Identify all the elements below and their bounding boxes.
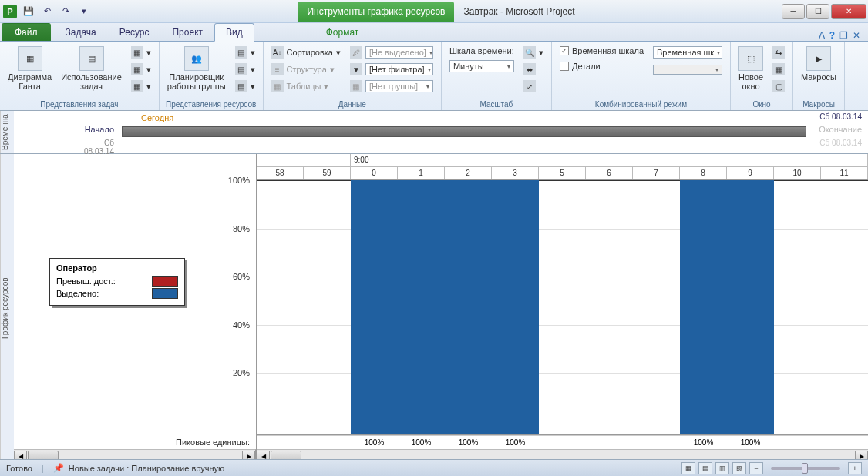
timeline-bar[interactable]	[122, 126, 806, 137]
peak-value-cell	[821, 436, 868, 449]
network-icon: ▦	[131, 46, 143, 59]
timescale-combo[interactable]: Минуты▾	[446, 59, 517, 74]
peak-value-cell: 100%	[351, 436, 398, 449]
minute-cell: 0	[351, 167, 398, 179]
zoom-button[interactable]: 🔍▾	[520, 45, 547, 60]
view-button-3[interactable]: ▥	[715, 462, 729, 474]
chart-panel: 9:00 58590123567891011 100%100%100%100%1…	[257, 154, 868, 462]
legend-allocated-swatch	[152, 288, 178, 299]
zoom-in-button[interactable]: +	[848, 462, 862, 474]
group-label-macros: Макросы	[798, 99, 839, 109]
peak-value-cell	[774, 436, 821, 449]
network-diagram-button[interactable]: ▦▾	[128, 45, 154, 60]
allocation-bar	[680, 180, 727, 434]
timeline-today-label: Сегодня	[141, 113, 173, 122]
resource-usage-button[interactable]: ▤▾	[232, 45, 258, 60]
peak-value-cell	[586, 436, 633, 449]
tab-view[interactable]: Вид	[214, 23, 254, 42]
macros-button[interactable]: ▶ Макросы	[798, 45, 839, 83]
minute-cell: 3	[492, 167, 539, 179]
zoom-out-button[interactable]: −	[749, 462, 763, 474]
minute-cell: 5	[539, 167, 586, 179]
tab-task[interactable]: Задача	[54, 23, 108, 41]
y-tick-label: 100%	[228, 176, 250, 185]
app-icon[interactable]: P	[3, 5, 17, 18]
peak-value-cell: 100%	[445, 436, 492, 449]
maximize-button[interactable]: ☐	[806, 4, 829, 19]
hide-button[interactable]: ▢	[769, 79, 788, 94]
resource-sheet-button[interactable]: ▤▾	[232, 62, 258, 77]
gantt-chart-button[interactable]: ▦ Диаграмма Ганта	[5, 45, 55, 92]
team-planner-button[interactable]: 👥 Планировщик работы группы	[164, 45, 229, 92]
view-button-1[interactable]: ▦	[681, 462, 695, 474]
task-usage-icon: ▤	[79, 46, 104, 71]
redo-icon[interactable]: ↷	[59, 5, 72, 18]
quick-access-toolbar: 💾 ↶ ↷ ▾	[22, 5, 91, 18]
tab-file[interactable]: Файл	[2, 23, 51, 41]
tab-resource[interactable]: Ресурс	[108, 23, 161, 41]
other-views-button[interactable]: ▦▾	[128, 79, 154, 94]
calendar-button[interactable]: ▦▾	[128, 62, 154, 77]
task-usage-button[interactable]: ▤ Использование задач	[58, 45, 125, 92]
minute-cell: 11	[821, 167, 868, 179]
peak-value-cell: 100%	[398, 436, 445, 449]
peak-value-cell: 100%	[727, 436, 774, 449]
help-icon[interactable]: ?	[829, 30, 835, 41]
arrange-icon: ▦	[772, 63, 785, 75]
y-tick-label: 60%	[233, 272, 250, 281]
time-header: 9:00 58590123567891011	[257, 154, 868, 180]
tab-project[interactable]: Проект	[160, 23, 214, 41]
view-button-4[interactable]: ▧	[732, 462, 746, 474]
view-button-2[interactable]: ▤	[698, 462, 712, 474]
zoom-slider[interactable]	[771, 467, 840, 470]
qat-dropdown-icon[interactable]: ▾	[77, 5, 91, 18]
timeline-checkbox[interactable]: ✓Временная шкала	[557, 45, 647, 57]
title-bar: P 💾 ↶ ↷ ▾ Инструменты графика ресурсов З…	[0, 0, 868, 23]
zoom-slider-thumb[interactable]	[802, 463, 808, 474]
save-icon[interactable]: 💾	[22, 5, 35, 18]
details-checkbox[interactable]: Детали	[557, 60, 647, 72]
window-close-icon[interactable]: ✕	[853, 30, 860, 41]
left-panel: 100%80%60%40%20% Пиковые единицы: Операт…	[14, 154, 257, 462]
minute-cell: 8	[680, 167, 727, 179]
calendar-icon: ▦	[131, 63, 143, 75]
switch-windows-button[interactable]: ⇆	[769, 45, 788, 60]
zoom-project-button[interactable]: ⬌	[520, 62, 547, 77]
group-label-window: Окно	[735, 99, 788, 109]
macros-icon: ▶	[806, 46, 831, 71]
peak-value-cell	[304, 436, 351, 449]
y-tick-label: 80%	[233, 224, 250, 233]
legend-overalloc-label: Превыш. дост.:	[56, 277, 144, 286]
pin-icon[interactable]: 📌	[53, 463, 64, 473]
ribbon-minimize-icon[interactable]: ᐱ	[819, 30, 825, 41]
timeline-panel: Временна Сб 08.03.14 Сегодня Начало Сб 0…	[0, 111, 868, 154]
sort-button[interactable]: A↓Сортировка▾	[268, 45, 344, 60]
minute-cell: 10	[774, 167, 821, 179]
undo-icon[interactable]: ↶	[40, 5, 54, 18]
peak-row: 100%100%100%100%100%100%	[257, 435, 868, 449]
ribbon-tabs: Файл Задача Ресурс Проект Вид Формат ᐱ ?…	[0, 23, 868, 42]
window-restore-icon[interactable]: ❐	[839, 30, 848, 41]
minute-cell: 58	[257, 167, 304, 179]
zoom-selected-button[interactable]: ⤢	[520, 79, 547, 94]
tables-icon: ▦	[271, 80, 284, 92]
arrange-all-button[interactable]: ▦	[769, 62, 788, 77]
minimize-button[interactable]: ─	[782, 4, 805, 19]
minute-cell: 2	[445, 167, 492, 179]
tables-button: ▦Таблицы▾	[268, 79, 344, 94]
allocation-bar	[398, 180, 445, 434]
timeline-view-combo[interactable]: Временная шк▾	[650, 45, 725, 60]
new-window-button[interactable]: ⬚ Новое окно	[735, 45, 766, 92]
tab-format[interactable]: Формат	[315, 23, 371, 41]
timeline-start-label: Начало	[76, 125, 114, 134]
legend-allocated-label: Выделено:	[56, 289, 144, 298]
other-resource-views-button[interactable]: ▤▾	[232, 79, 258, 94]
timeline-end-label: Окончание	[819, 125, 862, 134]
filter-combo[interactable]: ▼[Нет фильтра]▾	[347, 62, 436, 77]
peak-value-cell: 100%	[492, 436, 539, 449]
close-button[interactable]: ✕	[831, 4, 866, 19]
peak-value-cell	[539, 436, 586, 449]
zoom-icon: 🔍	[523, 46, 536, 59]
structure-icon: ≡	[271, 63, 284, 75]
group-label-combined: Комбинированный режим	[557, 99, 725, 109]
